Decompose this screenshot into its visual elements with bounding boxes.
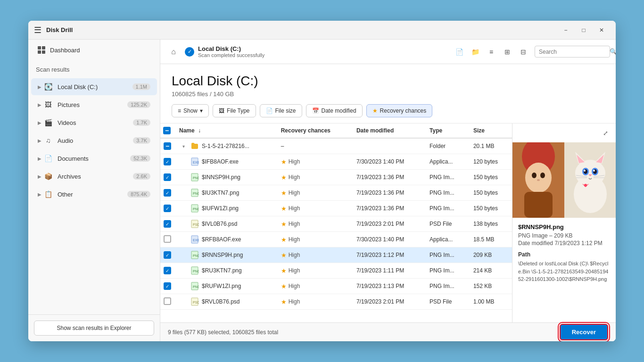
view-list-icon[interactable]: ≡: [484, 44, 499, 59]
row-date-cell: 7/19/2023 1:36 PM: [352, 201, 425, 216]
scan-results-header: Scan results: [28, 59, 160, 78]
row-checkbox-cell[interactable]: [160, 294, 174, 310]
sort-down-icon[interactable]: ↓: [198, 127, 201, 134]
name-cell: PNG $RUFW1ZI.png: [179, 282, 272, 290]
row-checkbox-cell[interactable]: ✓: [160, 279, 174, 294]
row-checkbox-cell[interactable]: ✓: [160, 170, 174, 185]
sidebar-label-pictures: Pictures: [58, 101, 127, 108]
row-size-cell: 150 bytes: [469, 185, 512, 201]
view-grid-icon[interactable]: ⊞: [500, 44, 515, 59]
row-checkbox-cell[interactable]: ✓: [160, 247, 174, 263]
row-checkbox[interactable]: ✓: [164, 205, 171, 212]
row-checkbox[interactable]: ✓: [164, 220, 171, 228]
select-all-checkbox[interactable]: −: [163, 127, 171, 134]
row-checkbox-cell[interactable]: ✓: [160, 154, 174, 170]
row-checkbox[interactable]: ✓: [164, 251, 171, 259]
show-filter-label: Show: [183, 107, 198, 114]
view-folder-icon[interactable]: 📁: [468, 44, 483, 59]
file-size-filter-button[interactable]: 📄 File size: [260, 104, 302, 117]
close-button[interactable]: ✕: [593, 23, 610, 37]
recovery-label: High: [289, 189, 300, 196]
table-row[interactable]: ✓ EXE $IFB8AOF.exe ★High 7/30/2023 1:40 …: [160, 154, 512, 170]
sidebar-item-dashboard[interactable]: Dashboard: [31, 41, 157, 58]
sidebar-item-other[interactable]: ▶ 📋 Other 875.4K: [31, 186, 157, 203]
menu-icon[interactable]: ☰: [34, 25, 41, 35]
row-checkbox[interactable]: [164, 235, 171, 243]
sidebar-item-videos[interactable]: ▶ 🎬 Videos 1.7K: [31, 114, 157, 131]
preview-filename: $RNNSP9H.png: [518, 223, 610, 230]
col-header-date[interactable]: Date modified: [352, 123, 425, 138]
view-file-icon[interactable]: 📄: [452, 44, 467, 59]
table-row[interactable]: − ▾ S-1-5-21-278216... – Folder 20.1 MB: [160, 138, 512, 154]
recovery-cell: ★High: [281, 205, 347, 212]
row-checkbox[interactable]: ✓: [164, 158, 171, 165]
table-row[interactable]: EXE $RFB8AOF.exe ★High 7/30/2023 1:40 PM…: [160, 232, 512, 247]
recovery-label: High: [289, 252, 300, 258]
sidebar-count-archives: 2.6K: [133, 173, 150, 180]
file-table-container[interactable]: − Name ↓ Recovery chances Date modified …: [160, 123, 512, 322]
date-modified-filter-button[interactable]: 📅 Date modified: [306, 104, 363, 117]
select-all-checkbox-header[interactable]: −: [160, 123, 174, 138]
table-row[interactable]: ✓ PNG $RUFW1ZI.png ★High 7/19/2023 1:13 …: [160, 279, 512, 294]
sidebar-item-local-disk[interactable]: ▶ 💽 Local Disk (C:) 1.1M: [31, 78, 157, 95]
row-checkbox[interactable]: ✓: [164, 267, 171, 274]
status-bar: 9 files (577 KB) selected, 1060825 files…: [160, 322, 616, 341]
table-row[interactable]: ✓ PNG $RNNSP9H.png ★High 7/19/2023 1:12 …: [160, 247, 512, 263]
table-row[interactable]: ✓ PSD $IVL0B76.psd ★High 7/19/2023 2:01 …: [160, 216, 512, 232]
recovery-chances-filter-button[interactable]: ★ Recovery chances: [366, 104, 433, 117]
show-in-explorer-button[interactable]: Show scan results in Explorer: [34, 321, 154, 336]
table-row[interactable]: ✓ PNG $RU3KTN7.png ★High 7/19/2023 1:11 …: [160, 263, 512, 279]
filename: $IVL0B76.psd: [202, 221, 237, 227]
col-header-size[interactable]: Size: [469, 123, 512, 138]
col-header-type[interactable]: Type: [425, 123, 469, 138]
svg-point-29: [575, 160, 605, 186]
recovery-chances-label: Recovery chances: [380, 107, 427, 114]
row-name-cell: PNG $IU3KTN7.png: [174, 185, 276, 201]
table-row[interactable]: PSD $RVL0B76.psd ★High 7/19/2023 2:01 PM…: [160, 294, 512, 310]
row-checkbox[interactable]: ✓: [164, 173, 171, 181]
page-title: Local Disk (C:): [172, 74, 604, 89]
table-row[interactable]: ✓ PNG $IU3KTN7.png ★High 7/19/2023 1:36 …: [160, 185, 512, 201]
table-row[interactable]: ✓ PNG $IUFW1ZI.png ★High 7/19/2023 1:36 …: [160, 201, 512, 216]
dashboard-label: Dashboard: [50, 47, 80, 54]
file-type-filter-button[interactable]: 🖼 File Type: [213, 104, 256, 117]
view-split-icon[interactable]: ⊟: [516, 44, 531, 59]
svg-point-22: [525, 163, 552, 193]
svg-point-47: [584, 184, 587, 187]
show-filter-button[interactable]: ≡ Show ▾: [172, 104, 209, 117]
row-name-cell: PNG $RU3KTN7.png: [174, 263, 276, 279]
row-checkbox[interactable]: −: [164, 142, 171, 150]
sidebar-item-audio[interactable]: ▶ ♫ Audio 3.7K: [31, 132, 157, 149]
search-box[interactable]: 🔍: [535, 46, 610, 58]
expand-folder-button[interactable]: ▾: [179, 142, 188, 150]
view-buttons: 📄 📁 ≡ ⊞ ⊟: [452, 44, 531, 59]
col-header-recovery[interactable]: Recovery chances: [276, 123, 352, 138]
row-checkbox[interactable]: ✓: [164, 282, 171, 290]
maximize-button[interactable]: □: [575, 23, 592, 37]
recovery-cell: ★High: [281, 158, 347, 165]
filename: $RFB8AOF.exe: [202, 236, 241, 243]
preview-expand-button[interactable]: ⤢: [599, 126, 612, 140]
search-input[interactable]: [539, 49, 610, 55]
col-header-name: Name ↓: [174, 123, 276, 138]
table-row[interactable]: ✓ PNG $INNSP9H.png ★High 7/19/2023 1:36 …: [160, 170, 512, 185]
row-checkbox-cell[interactable]: ✓: [160, 185, 174, 201]
sidebar-label-local-disk: Local Disk (C:): [58, 83, 132, 90]
row-checkbox[interactable]: [164, 297, 171, 305]
row-checkbox[interactable]: ✓: [164, 189, 171, 197]
sidebar-item-pictures[interactable]: ▶ 🖼 Pictures 125.2K: [31, 96, 157, 113]
row-name-cell: PSD $RVL0B76.psd: [174, 294, 276, 310]
row-checkbox-cell[interactable]: −: [160, 138, 174, 154]
preview-date-label: Date modified: [518, 240, 554, 247]
row-checkbox-cell[interactable]: ✓: [160, 216, 174, 232]
recover-button[interactable]: Recover: [560, 324, 608, 340]
row-checkbox-cell[interactable]: ✓: [160, 263, 174, 279]
minimize-button[interactable]: −: [557, 23, 574, 37]
home-button[interactable]: ⌂: [166, 44, 181, 59]
row-name-cell: ▾ S-1-5-21-278216...: [174, 138, 276, 154]
row-checkbox-cell[interactable]: ✓: [160, 201, 174, 216]
recovery-label: High: [289, 283, 300, 289]
sidebar-item-documents[interactable]: ▶ 📄 Documents 52.3K: [31, 150, 157, 167]
sidebar-item-archives[interactable]: ▶ 📦 Archives 2.6K: [31, 168, 157, 185]
row-checkbox-cell[interactable]: [160, 232, 174, 247]
